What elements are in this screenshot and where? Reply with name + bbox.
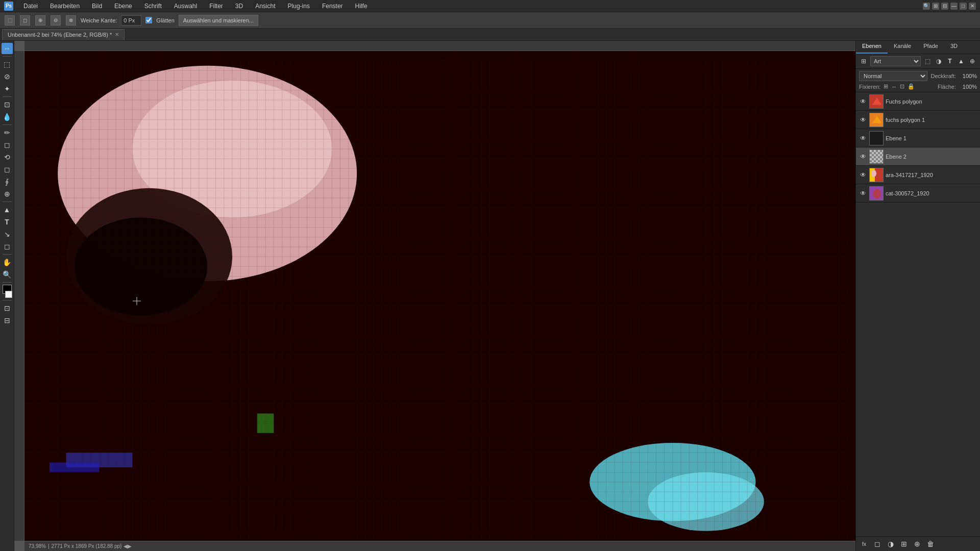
shape-tool[interactable]: ◻	[2, 241, 13, 252]
zoom-level: 73,98%	[29, 543, 46, 549]
stamp-tool[interactable]: ◻	[2, 139, 13, 151]
path-selection-tool[interactable]: ↘	[2, 229, 13, 240]
layer-adjust-icon[interactable]: ◑	[934, 57, 943, 66]
menu-item-filter[interactable]: Filter	[207, 2, 225, 11]
opacity-value[interactable]: 100%	[959, 73, 977, 79]
status-nav-left[interactable]: ◀	[124, 543, 128, 549]
tab-label: Unbenannt-2 bei 74% (Ebene 2, RGB/8) *	[8, 32, 112, 38]
menu-item-ansicht[interactable]: Ansicht	[253, 2, 277, 11]
options-bar: ⬚ ◻ ⊕ ⊖ ⊗ Weiche Kante: Glätten Auswähle…	[0, 12, 980, 29]
tool-intersect-icon[interactable]: ⊗	[66, 15, 76, 26]
dodge-tool[interactable]: ⊕	[2, 188, 13, 199]
menu-item-bild[interactable]: Bild	[90, 2, 104, 11]
zoom-tool[interactable]: 🔍	[2, 269, 13, 280]
layer-group-button[interactable]: ⊞	[899, 539, 909, 549]
tab-pfade[interactable]: Pfade	[917, 41, 944, 54]
layer-item[interactable]: 👁 Fuchs polygon	[856, 92, 980, 111]
layer-type-select[interactable]: Art	[870, 56, 921, 66]
menu-item-fenster[interactable]: Fenster	[320, 2, 345, 11]
status-nav-right[interactable]: ▶	[128, 543, 132, 549]
select-mask-button[interactable]: Auswählen und maskieren...	[179, 15, 258, 26]
document-tab[interactable]: Unbenannt-2 bei 74% (Ebene 2, RGB/8) * ✕	[2, 29, 125, 40]
smooth-label: Glätten	[156, 17, 174, 23]
layer-smart-icon[interactable]: ⊕	[968, 57, 977, 66]
layer-visibility-icon[interactable]: 👁	[859, 189, 867, 197]
brush-tool[interactable]: ✏	[2, 127, 13, 138]
fill-value[interactable]: 100%	[959, 84, 977, 90]
tool-shape-icon[interactable]: ◻	[20, 15, 30, 26]
tool-preset-icon[interactable]: ⬚	[5, 15, 15, 26]
menu-item-plugins[interactable]: Plug-ins	[286, 2, 312, 11]
layer-adjustment-button[interactable]: ◑	[886, 539, 896, 549]
move-tool[interactable]: ↔	[2, 43, 13, 54]
layer-item[interactable]: 👁 cat-300572_1920	[856, 184, 980, 203]
pen-tool[interactable]: ▲	[2, 204, 13, 215]
layer-visibility-icon[interactable]: 👁	[859, 97, 867, 106]
svg-rect-0	[24, 41, 855, 51]
quick-mask-mode[interactable]: ⊡	[2, 303, 13, 314]
gradient-tool[interactable]: ∮	[2, 176, 13, 187]
layer-name: Fuchs polygon	[886, 98, 977, 105]
lock-all-icon[interactable]: 🔒	[908, 83, 915, 90]
lock-artboard-icon[interactable]: ⊡	[900, 83, 904, 90]
layer-text-icon[interactable]: T	[945, 57, 954, 66]
layer-visibility-icon[interactable]: 👁	[859, 153, 867, 161]
layer-visibility-icon[interactable]: 👁	[859, 134, 867, 142]
menu-item-auswahl[interactable]: Auswahl	[172, 2, 199, 11]
lasso-tool[interactable]: ⊘	[2, 71, 13, 82]
maximize-button[interactable]: □	[960, 3, 967, 10]
tab-ebenen[interactable]: Ebenen	[856, 41, 888, 54]
layer-mask-button[interactable]: ◻	[872, 539, 883, 549]
menu-item-ebene[interactable]: Ebene	[112, 2, 134, 11]
magic-wand-tool[interactable]: ✦	[2, 83, 13, 94]
layer-visibility-icon[interactable]: 👁	[859, 171, 867, 179]
eyedropper-tool[interactable]: 💧	[2, 111, 13, 122]
tab-close-icon[interactable]: ✕	[115, 32, 119, 37]
layer-item[interactable]: 👁 fuchs polygon 1	[856, 111, 980, 129]
menu-item-bearbeiten[interactable]: Bearbeiten	[48, 2, 82, 11]
blend-mode-select[interactable]: Normal	[859, 71, 927, 81]
layer-thumbnail	[869, 168, 884, 182]
hand-tool[interactable]: ✋	[2, 257, 13, 268]
layer-pixel-icon[interactable]: ⬚	[923, 57, 932, 66]
soft-edge-label: Weiche Kante:	[81, 17, 117, 23]
close-button[interactable]: ✕	[969, 3, 976, 10]
lock-position-icon[interactable]: ↔	[891, 84, 897, 90]
search-icon[interactable]: 🔍	[923, 3, 930, 10]
canvas-container[interactable]	[24, 51, 855, 541]
arrange-icon[interactable]: ⊟	[941, 3, 948, 10]
smooth-checkbox[interactable]	[145, 17, 152, 23]
history-brush-tool[interactable]: ⟲	[2, 152, 13, 163]
tab-3d[interactable]: 3D	[944, 41, 964, 54]
svg-marker-163	[872, 115, 882, 123]
menu-item-datei[interactable]: Datei	[21, 2, 40, 11]
layer-new-button[interactable]: ⊕	[912, 539, 922, 549]
tab-kanaele[interactable]: Kanäle	[888, 41, 917, 54]
layer-filter-icon[interactable]: ⊞	[859, 57, 868, 66]
screen-mode-toggle[interactable]: ⊟	[2, 315, 13, 326]
layer-visibility-icon[interactable]: 👁	[859, 116, 867, 124]
layer-path-icon[interactable]: ▲	[957, 57, 966, 66]
menu-item-3d[interactable]: 3D	[233, 2, 245, 11]
layer-item[interactable]: 👁 Ebene 2	[856, 147, 980, 166]
marquee-tool[interactable]: ⬚	[2, 59, 13, 70]
lock-pixels-icon[interactable]: ⊞	[884, 83, 888, 90]
workspace-icon[interactable]: ⊞	[932, 3, 939, 10]
soft-edge-input[interactable]	[121, 15, 141, 26]
layer-item[interactable]: 👁 ara-3417217_1920	[856, 166, 980, 184]
tool-add-icon[interactable]: ⊕	[35, 15, 45, 26]
svg-point-167	[871, 170, 876, 177]
minimize-button[interactable]: —	[950, 3, 958, 10]
layer-thumbnail	[869, 186, 884, 201]
text-tool[interactable]: T	[2, 216, 13, 228]
layer-item[interactable]: 👁 Ebene 1	[856, 129, 980, 147]
background-color[interactable]	[5, 291, 12, 298]
eraser-tool[interactable]: ◻	[2, 164, 13, 175]
crop-tool[interactable]: ⊡	[2, 99, 13, 110]
menu-item-hilfe[interactable]: Hilfe	[353, 2, 370, 11]
menu-item-schrift[interactable]: Schrift	[142, 2, 164, 11]
layer-fx-button[interactable]: fx	[859, 539, 869, 549]
layer-delete-button[interactable]: 🗑	[925, 539, 936, 549]
layer-name: Ebene 1	[886, 135, 977, 141]
tool-sub-icon[interactable]: ⊖	[51, 15, 61, 26]
